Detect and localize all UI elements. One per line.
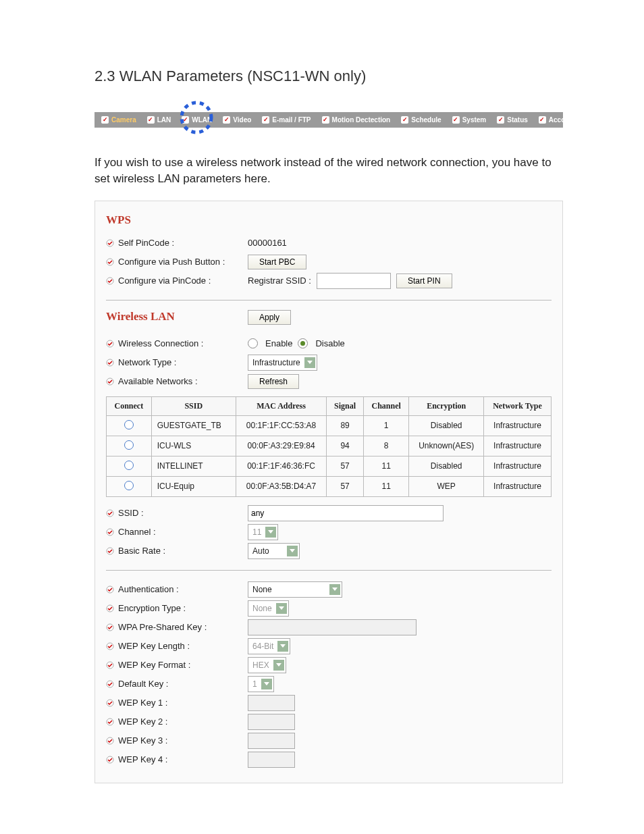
check-icon (497, 116, 504, 124)
wep-key-format-label: WEP Key Format : (106, 660, 248, 670)
channel-select[interactable]: 11 (248, 524, 278, 540)
wep-key-2-input[interactable] (248, 714, 295, 730)
cell-mac: 00:0F:A3:5B:D4:A7 (236, 476, 326, 496)
nav-item-camera[interactable]: Camera (101, 116, 136, 124)
wep-key-length-select[interactable]: 64-Bit (248, 638, 290, 654)
chevron-down-icon (329, 584, 340, 595)
check-icon (223, 116, 230, 124)
cell-channel: 8 (363, 436, 408, 456)
wep-key-4-label: WEP Key 4 : (106, 754, 248, 764)
wep-key-format-select[interactable]: HEX (248, 657, 286, 673)
cell-mac: 00:0F:A3:29:E9:84 (236, 436, 326, 456)
cell-signal: 89 (327, 415, 364, 436)
col-header: Encryption (409, 396, 484, 415)
authentication-label: Authentication : (106, 584, 248, 594)
wep-key-1-label: WEP Key 1 : (106, 698, 248, 708)
bullet-icon (106, 239, 114, 247)
wireless-lan-heading: Wireless LAN (106, 310, 248, 323)
available-networks-table: ConnectSSIDMAC AddressSignalChannelEncry… (106, 396, 552, 497)
wpa-psk-input[interactable] (248, 619, 417, 635)
cell-ssid: ICU-WLS (151, 436, 236, 456)
ssid-input[interactable] (248, 505, 444, 521)
check-icon (262, 116, 269, 124)
wep-key-1-input[interactable] (248, 695, 295, 711)
bullet-icon (106, 718, 114, 726)
enable-radio[interactable] (248, 338, 258, 348)
col-header: Network Type (483, 396, 551, 415)
cell-enc: Unknown(AES) (409, 436, 484, 456)
self-pincode-label: Self PinCode : (106, 238, 248, 248)
check-icon (452, 116, 460, 124)
nav-item-status[interactable]: Status (497, 116, 528, 124)
available-networks-label: Available Networks : (106, 376, 248, 386)
chevron-down-icon (261, 679, 272, 689)
network-type-label: Network Type : (106, 357, 248, 367)
divider (106, 570, 552, 571)
bullet-icon (106, 623, 114, 631)
connect-radio[interactable] (124, 420, 134, 429)
chevron-down-icon (265, 527, 276, 538)
disable-label: Disable (315, 338, 344, 348)
push-button-label: Configure via Push Button : (106, 257, 248, 267)
basic-rate-select[interactable]: Auto (248, 543, 300, 559)
refresh-button[interactable]: Refresh (248, 374, 299, 389)
bullet-icon (106, 737, 114, 745)
bullet-icon (106, 604, 114, 613)
cell-channel: 11 (363, 476, 408, 496)
wep-key-3-input[interactable] (248, 733, 295, 749)
nav-item-e-mail-ftp[interactable]: E-mail / FTP (262, 116, 311, 124)
start-pin-button[interactable]: Start PIN (396, 273, 452, 288)
wpa-psk-label: WPA Pre-Shared Key : (106, 622, 248, 632)
connect-radio[interactable] (124, 481, 134, 490)
bullet-icon (106, 359, 114, 367)
cell-ssid: GUESTGATE_TB (151, 415, 236, 436)
wps-heading: WPS (106, 213, 552, 227)
chevron-down-icon (304, 357, 315, 368)
cell-type: Infrastructure (483, 476, 551, 496)
apply-button[interactable]: Apply (248, 310, 291, 325)
default-key-select[interactable]: 1 (248, 676, 274, 692)
table-row: ICU-Equip00:0F:A3:5B:D4:A75711WEPInfrast… (107, 476, 552, 496)
ssid-label: SSID : (106, 508, 248, 518)
bullet-icon (106, 680, 114, 688)
wep-key-4-input[interactable] (248, 752, 295, 768)
cell-channel: 11 (363, 456, 408, 476)
nav-item-lan[interactable]: LAN (147, 116, 171, 124)
pincode-label: Configure via PinCode : (106, 276, 248, 286)
connect-radio[interactable] (124, 440, 134, 450)
nav-item-system[interactable]: System (452, 116, 487, 124)
bullet-icon (106, 509, 114, 517)
chevron-down-icon (277, 641, 288, 652)
disable-radio[interactable] (298, 338, 308, 348)
default-key-label: Default Key : (106, 679, 248, 689)
bullet-icon (106, 528, 114, 536)
nav-item-wlan[interactable]: WLAN (182, 116, 212, 124)
check-icon (322, 116, 329, 124)
self-pincode-value: 00000161 (248, 238, 552, 248)
table-row: GUESTGATE_TB00:1F:1F:CC:53:A8891Disabled… (107, 415, 552, 436)
basic-rate-label: Basic Rate : (106, 546, 248, 556)
nav-item-schedule[interactable]: Schedule (401, 116, 441, 124)
start-pbc-button[interactable]: Start PBC (248, 255, 306, 269)
connect-radio[interactable] (124, 461, 134, 470)
registrar-ssid-input[interactable] (317, 273, 391, 289)
cell-type: Infrastructure (483, 456, 551, 476)
authentication-select[interactable]: None (248, 581, 342, 598)
chevron-down-icon (276, 603, 287, 614)
nav-bar: CameraLANWLANVideoE-mail / FTPMotion Dec… (95, 112, 563, 128)
wep-key-3-label: WEP Key 3 : (106, 735, 248, 746)
enable-label: Enable (265, 338, 292, 348)
divider (106, 300, 552, 301)
check-icon (182, 116, 189, 124)
col-header: Channel (363, 396, 408, 415)
wlan-panel: WPS Self PinCode : 00000161 Configure vi… (95, 201, 563, 783)
nav-item-video[interactable]: Video (223, 116, 251, 124)
nav-screenshot: CameraLANWLANVideoE-mail / FTPMotion Dec… (95, 112, 563, 128)
wep-key-2-label: WEP Key 2 : (106, 716, 248, 727)
nav-item-motion-dectection[interactable]: Motion Dectection (322, 116, 391, 124)
network-type-select[interactable]: Infrastructure (248, 355, 317, 371)
bullet-icon (106, 377, 114, 386)
wireless-connection-label: Wireless Connection : (106, 338, 248, 348)
encryption-type-select[interactable]: None (248, 600, 289, 617)
nav-item-account[interactable]: Account (539, 116, 563, 124)
